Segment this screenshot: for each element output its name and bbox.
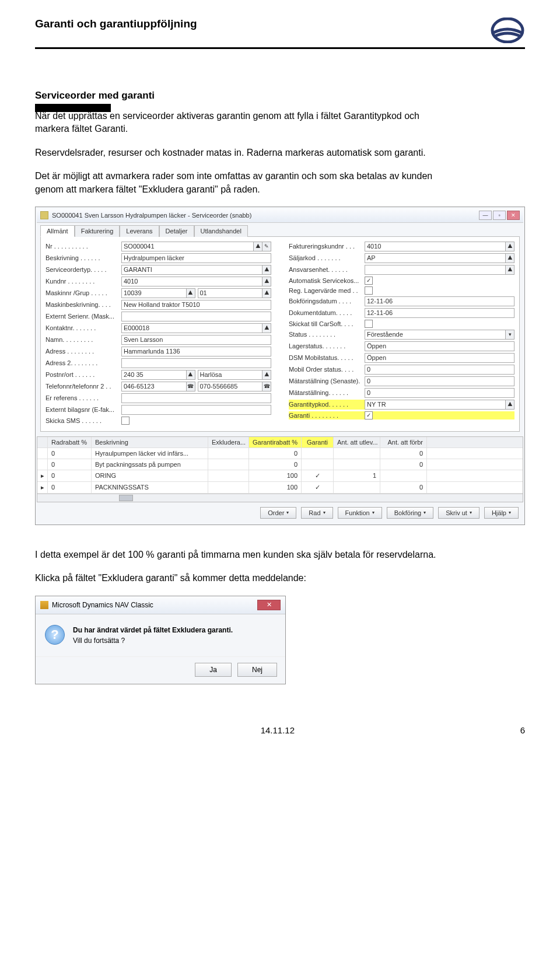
text-input[interactable]: 12-11-06 bbox=[365, 308, 514, 318]
checkbox[interactable] bbox=[365, 286, 373, 295]
lookup-button[interactable]: ⯅ bbox=[186, 288, 195, 298]
form-field: Garanti . . . . . . . .✓ bbox=[289, 411, 514, 419]
bokföring-button[interactable]: Bokföring▾ bbox=[387, 507, 433, 519]
text-input[interactable] bbox=[121, 405, 271, 415]
lookup-button[interactable]: ⯅ bbox=[262, 370, 271, 380]
dialog-line-2: Vill du fortsätta ? bbox=[73, 635, 233, 646]
lookup-button[interactable]: ⯅ bbox=[186, 370, 195, 380]
dialog-no-button[interactable]: Nej bbox=[237, 663, 277, 677]
text-input[interactable]: 0 bbox=[365, 388, 514, 398]
text-input[interactable]: 070-5566685 bbox=[198, 382, 263, 391]
field-label: Beskrivning . . . . . . bbox=[46, 254, 121, 261]
lookup-button[interactable]: ⯅ bbox=[505, 400, 514, 410]
text-input[interactable] bbox=[121, 393, 271, 403]
hjälp-button[interactable]: Hjälp▾ bbox=[484, 507, 519, 519]
grid-header[interactable]: Garantirabatt % bbox=[249, 437, 302, 447]
lines-grid[interactable]: Radrabatt %BeskrivningExkludera...Garant… bbox=[37, 436, 523, 502]
field-label: Externt bilagsnr (E-fak... bbox=[46, 406, 121, 413]
question-icon: ? bbox=[45, 625, 65, 645]
text-input[interactable]: 10039 bbox=[121, 288, 187, 298]
grid-header[interactable]: Exkludera... bbox=[208, 437, 249, 447]
text-input[interactable]: Öppen bbox=[365, 341, 514, 351]
table-row[interactable]: ▸0ORING100✓1 bbox=[37, 470, 523, 482]
text-input[interactable]: Hydralpumpen läcker bbox=[121, 253, 271, 263]
lookup-button[interactable]: ⯅ bbox=[262, 277, 271, 286]
paragraph-5: Klicka på fältet "Exkludera garanti" så … bbox=[35, 572, 525, 585]
lookup-button[interactable]: ⯅ bbox=[262, 323, 271, 333]
lookup-button[interactable]: ⯅ bbox=[253, 242, 262, 251]
field-label: Maskinbeskrivning. . . . bbox=[46, 301, 121, 308]
dialog-yes-button[interactable]: Ja bbox=[195, 663, 232, 677]
text-input[interactable]: Sven Larsson bbox=[121, 335, 271, 345]
maximize-button[interactable]: ▫ bbox=[493, 211, 506, 220]
text-input[interactable]: Harlösa bbox=[198, 370, 263, 380]
text-input[interactable]: 240 35 bbox=[121, 370, 187, 380]
tab-allmänt[interactable]: Allmänt bbox=[40, 225, 75, 237]
checkbox[interactable] bbox=[121, 417, 130, 425]
rad-button[interactable]: Rad▾ bbox=[301, 507, 332, 519]
text-input[interactable]: New Holland traktor T5010 bbox=[121, 300, 271, 310]
checkbox[interactable]: ✓ bbox=[365, 277, 373, 285]
tab-fakturering[interactable]: Fakturering bbox=[75, 225, 120, 237]
text-input[interactable]: 0 bbox=[365, 376, 514, 386]
grid-header[interactable]: Ant. att utlev... bbox=[334, 437, 380, 447]
order-button[interactable]: Order▾ bbox=[260, 507, 296, 519]
tab-utlandshandel[interactable]: Utlandshandel bbox=[194, 225, 248, 237]
dialog-close-button[interactable]: ✕ bbox=[257, 600, 281, 610]
company-logo bbox=[490, 18, 525, 45]
lookup-button[interactable]: ⯅ bbox=[505, 265, 514, 275]
table-row[interactable]: 0Byt packningssats på pumpen00 bbox=[37, 459, 523, 470]
field-label: Telefonnr/telefonnr 2 . . bbox=[46, 383, 121, 390]
minimize-button[interactable]: — bbox=[479, 211, 492, 220]
skriv-ut-button[interactable]: Skriv ut▾ bbox=[438, 507, 480, 519]
text-input[interactable]: Hammarlunda 1136 bbox=[121, 347, 271, 356]
text-input[interactable]: AP bbox=[365, 253, 506, 263]
text-input[interactable]: Förestående bbox=[365, 330, 506, 340]
form-field: Ansvarsenhet. . . . . .⯅ bbox=[289, 265, 514, 275]
checkbox[interactable]: ✓ bbox=[365, 411, 373, 419]
text-input[interactable]: Öppen bbox=[365, 353, 514, 363]
form-field: Reg. Lagervärde med . . bbox=[289, 286, 514, 295]
grid-header[interactable]: Ant. att förbr bbox=[380, 437, 427, 447]
text-input[interactable] bbox=[365, 265, 506, 275]
table-row[interactable]: 0Hyraulpumpen läcker vid infärs...00 bbox=[37, 448, 523, 459]
field-label: Serviceordertyp. . . . . bbox=[46, 266, 121, 273]
phone-icon[interactable]: ☎ bbox=[262, 382, 271, 391]
text-input[interactable]: 4010 bbox=[121, 277, 262, 286]
lookup-button[interactable]: ⯅ bbox=[262, 288, 271, 298]
close-button[interactable]: ✕ bbox=[507, 211, 520, 220]
text-input[interactable]: GARANTI bbox=[121, 265, 262, 275]
dropdown-button[interactable]: ▾ bbox=[505, 330, 514, 340]
text-input[interactable]: 01 bbox=[198, 288, 263, 298]
text-input[interactable] bbox=[121, 312, 271, 321]
lookup-button[interactable]: ⯅ bbox=[262, 265, 271, 275]
field-label: Ansvarsenhet. . . . . . bbox=[289, 266, 365, 273]
text-input[interactable]: 0 bbox=[365, 365, 514, 375]
text-input[interactable]: 4010 bbox=[365, 242, 506, 251]
lookup-button[interactable]: ⯅ bbox=[505, 253, 514, 263]
edit-button[interactable]: ✎ bbox=[262, 242, 271, 251]
form-field: Skicka SMS . . . . . . bbox=[46, 417, 271, 425]
text-input[interactable]: SO000041 bbox=[121, 242, 254, 251]
horizontal-scrollbar[interactable] bbox=[37, 494, 523, 502]
text-input[interactable]: 046-65123 bbox=[121, 382, 187, 391]
form-field: Externt Serienr. (Mask... bbox=[46, 312, 271, 321]
form-field: Status . . . . . . . .Förestående▾ bbox=[289, 330, 514, 340]
form-field: Bokföringsdatum . . . .12-11-06 bbox=[289, 296, 514, 306]
text-input[interactable]: NY TR bbox=[365, 400, 506, 410]
text-input[interactable] bbox=[121, 358, 271, 368]
grid-header[interactable]: Garanti bbox=[302, 437, 334, 447]
grid-header[interactable]: Beskrivning bbox=[92, 437, 208, 447]
lookup-button[interactable]: ⯅ bbox=[505, 242, 514, 251]
field-label: Externt Serienr. (Mask... bbox=[46, 313, 121, 320]
tab-detaljer[interactable]: Detaljer bbox=[159, 225, 194, 237]
tab-leverans[interactable]: Leverans bbox=[120, 225, 159, 237]
text-input[interactable]: 12-11-06 bbox=[365, 296, 514, 306]
grid-header[interactable]: Radrabatt % bbox=[48, 437, 92, 447]
funktion-button[interactable]: Funktion▾ bbox=[338, 507, 382, 519]
text-input[interactable]: E000018 bbox=[121, 323, 262, 333]
phone-icon[interactable]: ☎ bbox=[186, 382, 195, 391]
field-label: Bokföringsdatum . . . . bbox=[289, 298, 365, 305]
table-row[interactable]: ▸0PACKNINGSSATS100✓0 bbox=[37, 482, 523, 494]
checkbox[interactable] bbox=[365, 320, 373, 328]
